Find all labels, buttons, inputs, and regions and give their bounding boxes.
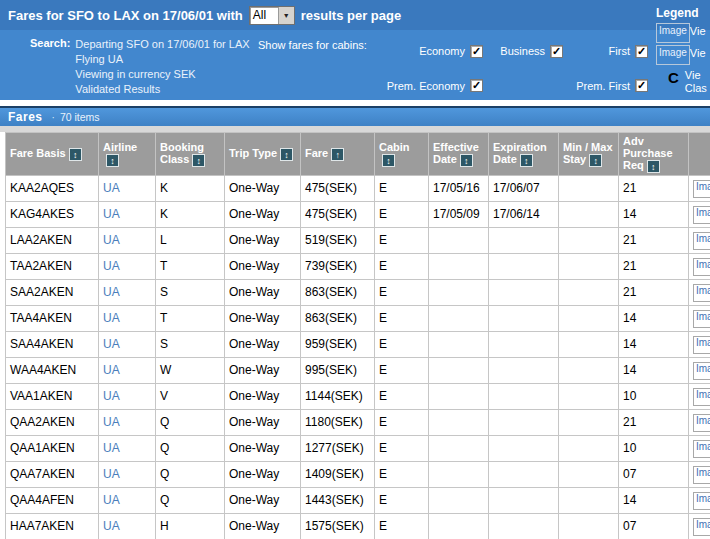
cabin-business-label: Business [500, 45, 545, 57]
cell-fare-basis: KAG4AKES [6, 201, 99, 227]
cell-fare: 863(SEK) [301, 305, 375, 331]
table-row: QAA4AFENUAQOne-Way1443(SEK)E14Image [6, 487, 710, 513]
cell-fare: 1409(SEK) [301, 461, 375, 487]
cell-expiration-date [489, 435, 559, 461]
cabin-prem-economy-checkbox[interactable]: ✓ [470, 79, 483, 92]
image-placeholder[interactable]: Image [693, 310, 710, 328]
sort-icon[interactable]: ↕ [280, 148, 293, 161]
cell-rule-image: Image [689, 409, 710, 435]
sort-icon[interactable]: ↕ [69, 148, 82, 161]
image-placeholder[interactable]: Image [693, 362, 710, 380]
sort-icon[interactable]: ↕ [460, 154, 473, 167]
cabin-prem-first-checkbox[interactable]: ✓ [635, 79, 648, 92]
sort-icon[interactable]: ↕ [589, 154, 602, 167]
cell-effective-date [429, 487, 489, 513]
cell-rule-image: Image [689, 357, 710, 383]
airline-link[interactable]: UA [103, 415, 120, 429]
cell-booking-class: H [156, 513, 225, 539]
legend-item-label: Vie [690, 23, 706, 38]
image-placeholder[interactable]: Image [693, 180, 710, 198]
image-placeholder[interactable]: Image [693, 388, 710, 406]
cell-effective-date: 17/05/16 [429, 175, 489, 201]
criteria-currency: Viewing in currency SEK [75, 67, 249, 82]
airline-link[interactable]: UA [103, 259, 120, 273]
airline-link[interactable]: UA [103, 337, 120, 351]
cabin-prem-first-label: Prem. First [576, 80, 630, 92]
cell-fare-basis: QAA2AKEN [6, 409, 99, 435]
sort-asc-icon[interactable]: ↑ [331, 148, 344, 161]
airline-link[interactable]: UA [103, 467, 120, 481]
airline-link[interactable]: UA [103, 363, 120, 377]
table-row: LAA2AKENUALOne-Way519(SEK)E21Image [6, 227, 710, 253]
cell-effective-date [429, 409, 489, 435]
cell-min-max-stay [559, 487, 619, 513]
image-placeholder[interactable]: Image [693, 492, 710, 510]
chevron-down-icon[interactable]: ▼ [278, 7, 294, 24]
cell-cabin: E [375, 435, 429, 461]
table-row: HAA7AKENUAHOne-Way1575(SEK)E07Image [6, 513, 710, 539]
airline-link[interactable]: UA [103, 311, 120, 325]
cabin-business-checkbox[interactable]: ✓ [550, 45, 563, 58]
cell-fare: 1277(SEK) [301, 435, 375, 461]
cell-min-max-stay [559, 305, 619, 331]
airline-link[interactable]: UA [103, 285, 120, 299]
cell-min-max-stay [559, 461, 619, 487]
sort-icon[interactable]: ↕ [192, 154, 205, 167]
cell-adv-purchase: 14 [619, 305, 689, 331]
image-placeholder[interactable]: Image [693, 518, 710, 536]
cell-booking-class: W [156, 357, 225, 383]
image-placeholder[interactable]: Image [693, 258, 710, 276]
image-placeholder[interactable]: Image [693, 284, 710, 302]
results-per-page-select[interactable]: All ▼ [249, 6, 295, 25]
cell-airline: UA [99, 331, 156, 357]
legend-item-label-line: Vie [685, 69, 707, 82]
cell-fare-basis: QAA7AKEN [6, 461, 99, 487]
cabin-checkbox-grid: Economy ✓ Business ✓ First ✓ Prem. Econo… [378, 37, 648, 100]
cell-trip-type: One-Way [225, 331, 301, 357]
col-label: Fare Basis [10, 147, 66, 159]
cabin-first-checkbox[interactable]: ✓ [635, 45, 648, 58]
cabin-filter-label: Show fares for cabins: [258, 37, 378, 100]
search-panel: Search: Departing SFO on 17/06/01 for LA… [0, 30, 710, 100]
cell-booking-class: Q [156, 487, 225, 513]
airline-link[interactable]: UA [103, 441, 120, 455]
sort-icon[interactable]: ↕ [106, 154, 119, 167]
cabin-first: First ✓ [563, 45, 648, 58]
cell-airline: UA [99, 513, 156, 539]
cell-booking-class: Q [156, 409, 225, 435]
cell-trip-type: One-Way [225, 513, 301, 539]
separator-dot: · [52, 112, 55, 123]
cell-adv-purchase: 21 [619, 227, 689, 253]
airline-link[interactable]: UA [103, 389, 120, 403]
cabin-economy-checkbox[interactable]: ✓ [470, 45, 483, 58]
sort-icon[interactable]: ↕ [382, 154, 395, 167]
cell-adv-purchase: 07 [619, 513, 689, 539]
cell-min-max-stay [559, 331, 619, 357]
image-placeholder[interactable]: Image [693, 336, 710, 354]
image-placeholder[interactable]: Image [693, 440, 710, 458]
col-label: Cabin [379, 141, 410, 153]
table-row: KAA2AQESUAKOne-Way475(SEK)E17/05/1617/06… [6, 175, 710, 201]
page-title-suffix: results per page [301, 8, 401, 23]
image-placeholder[interactable]: Image [693, 414, 710, 432]
cell-expiration-date [489, 513, 559, 539]
sort-icon[interactable]: ↕ [520, 154, 533, 167]
fares-table: Fare Basis↕ Airline↕ Booking Class↕ Trip… [5, 132, 710, 539]
legend: Legend Image Vie Image Vie C Vie Clas [656, 6, 710, 97]
table-header-row: Fare Basis↕ Airline↕ Booking Class↕ Trip… [6, 133, 710, 176]
criteria-route: Departing SFO on 17/06/01 for LAX [75, 37, 249, 52]
airline-link[interactable]: UA [103, 181, 120, 195]
image-placeholder[interactable]: Image [693, 466, 710, 484]
cell-expiration-date [489, 357, 559, 383]
airline-link[interactable]: UA [103, 207, 120, 221]
cell-rule-image: Image [689, 175, 710, 201]
airline-link[interactable]: UA [103, 233, 120, 247]
sort-icon[interactable]: ↕ [647, 160, 660, 173]
airline-link[interactable]: UA [103, 519, 120, 533]
cell-min-max-stay [559, 201, 619, 227]
col-header-trip-type: Trip Type↕ [225, 133, 301, 176]
image-placeholder[interactable]: Image [693, 232, 710, 250]
airline-link[interactable]: UA [103, 493, 120, 507]
image-placeholder[interactable]: Image [693, 206, 710, 224]
cell-fare: 739(SEK) [301, 253, 375, 279]
